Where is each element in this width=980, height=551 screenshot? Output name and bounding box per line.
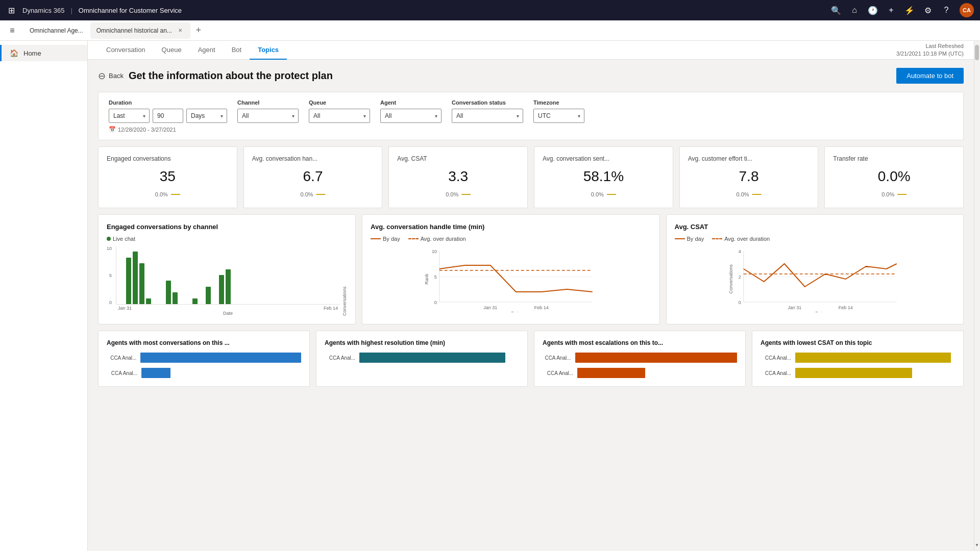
tab-queue[interactable]: Queue	[154, 41, 190, 60]
agent-select[interactable]: All	[380, 109, 442, 123]
svg-text:Date: Date	[511, 311, 521, 312]
channel-filter: Channel All	[237, 99, 299, 123]
kpi-title: Transfer rate	[833, 155, 955, 162]
channel-select[interactable]: All	[237, 109, 299, 123]
page-title: Get the information about the protect pl…	[129, 70, 333, 82]
calendar-icon: 📅	[109, 126, 116, 133]
legend-avg-duration: Avg. over duration	[421, 236, 466, 242]
svg-text:Jan 31: Jan 31	[483, 305, 497, 310]
settings-icon[interactable]: ⚙	[923, 5, 933, 15]
kpi-footer: 0.0% —	[397, 189, 519, 199]
scrollbar-track[interactable]: ▼	[974, 41, 980, 551]
sidebar-item-label: Home	[23, 49, 41, 57]
kpi-value: 6.7	[252, 168, 374, 185]
legend-line-icon	[371, 238, 381, 239]
bottom-charts-row: Agents with most conversations on this .…	[98, 331, 964, 387]
hbar-container: CCA Anal... CCA Anal...	[543, 353, 737, 378]
svg-text:Conversations: Conversations	[728, 264, 733, 294]
kpi-value: 0.0%	[833, 168, 955, 185]
hbar-row: CCA Anal...	[543, 353, 737, 363]
last-refreshed-label: Last Refreshed	[896, 42, 964, 50]
hbar-row: CCA Anal...	[107, 353, 301, 363]
hbar-label: CCA Anal...	[325, 355, 355, 361]
last-refreshed-value: 3/21/2021 10:18 PM (UTC)	[896, 50, 964, 58]
legend-label: Live chat	[113, 236, 135, 242]
kpi-title: Avg. customer effort ti...	[688, 155, 810, 162]
kpi-change: 0.0%	[881, 191, 894, 197]
sidebar-item-home[interactable]: 🏠 Home	[0, 45, 87, 61]
agent-label: Agent	[380, 99, 442, 106]
recent-icon[interactable]: 🕐	[868, 5, 878, 15]
back-label: Back	[109, 72, 124, 80]
svg-text:4: 4	[738, 249, 741, 254]
hbar-container: CCA Anal... CCA Anal...	[107, 353, 301, 378]
tab-omnichannel-age[interactable]: Omnichannel Age...	[23, 22, 89, 39]
tab-conversation[interactable]: Conversation	[98, 41, 154, 60]
chart-title: Agents with most conversations on this .…	[107, 339, 301, 346]
x-axis-label: Date	[116, 311, 340, 316]
tab-close-button[interactable]: ✕	[176, 27, 184, 35]
svg-text:5: 5	[434, 274, 437, 280]
hamburger-button[interactable]: ≡	[4, 22, 20, 39]
svg-text:10: 10	[432, 249, 437, 254]
tab-agent[interactable]: Agent	[190, 41, 224, 60]
csat-svg: 4 2 0 Jan 31 Feb 14 Date Conversations	[675, 246, 955, 312]
last-refreshed: Last Refreshed 3/21/2021 10:18 PM (UTC)	[896, 42, 964, 58]
tab-topics[interactable]: Topics	[250, 41, 287, 60]
chart-legend: By day Avg. over duration	[371, 236, 651, 242]
svg-text:Date: Date	[815, 311, 825, 312]
search-icon[interactable]: 🔍	[831, 5, 841, 15]
avatar[interactable]: CA	[960, 3, 974, 17]
hbar-row: CCA Anal...	[543, 368, 737, 378]
filters-section: Duration Last Days	[98, 92, 964, 140]
app-grid-icon[interactable]: ⊞	[6, 5, 16, 15]
chart-legend: By day Avg. over duration	[675, 236, 955, 242]
bar	[219, 275, 224, 304]
chart-legend: Live chat	[107, 236, 347, 242]
content-area: Conversation Queue Agent Bot Topics Last…	[88, 41, 974, 551]
kpi-trend-icon: —	[607, 189, 616, 199]
kpi-change: 0.0%	[591, 191, 604, 197]
tab-bot[interactable]: Bot	[224, 41, 250, 60]
svg-text:0: 0	[738, 300, 741, 305]
duration-unit-select[interactable]: Days	[186, 109, 227, 123]
tab-add-button[interactable]: +	[191, 23, 206, 38]
kpi-footer: 0.0% —	[688, 189, 810, 199]
timezone-label: Timezone	[533, 99, 584, 106]
queue-select[interactable]: All	[309, 109, 370, 123]
back-button[interactable]: ⊖ Back	[98, 70, 124, 82]
top-nav: ⊞ Dynamics 365 | Omnichannel for Custome…	[0, 0, 980, 20]
x-label-jan31: Jan 31	[118, 306, 132, 311]
kpi-title: Avg. conversation han...	[252, 155, 374, 162]
chart-title: Agents with most escalations on this to.…	[543, 339, 737, 346]
kpi-trend-icon: —	[171, 189, 180, 199]
home-nav-icon[interactable]: ⌂	[849, 5, 860, 15]
kpi-trend-icon: —	[897, 189, 906, 199]
hbar	[795, 353, 951, 363]
kpi-footer: 0.0% —	[107, 189, 229, 199]
filter-icon[interactable]: ⚡	[904, 5, 915, 15]
kpi-value: 35	[107, 168, 229, 185]
duration-preset-select[interactable]: Last	[109, 109, 150, 123]
automate-to-bot-button[interactable]: Automate to bot	[896, 68, 964, 84]
queue-label: Queue	[309, 99, 370, 106]
bar	[139, 263, 144, 304]
timezone-select[interactable]: UTC	[533, 109, 584, 123]
scrollbar-thumb[interactable]	[975, 45, 979, 60]
duration-label: Duration	[109, 99, 227, 106]
app-name-label: Dynamics 365	[22, 7, 64, 14]
kpi-change: 0.0%	[736, 191, 749, 197]
bar	[206, 287, 211, 304]
tab-omnichannel-historical[interactable]: Omnichannel historical an... ✕	[90, 22, 190, 39]
hbar-row: CCA Anal...	[761, 353, 955, 363]
help-icon[interactable]: ?	[941, 5, 951, 15]
svg-text:2: 2	[738, 274, 741, 280]
timezone-filter: Timezone UTC	[533, 99, 584, 123]
duration-value-input[interactable]	[153, 109, 183, 123]
hbar-label: CCA Anal...	[107, 355, 136, 361]
chart-title: Engaged conversations by channel	[107, 223, 347, 231]
conversation-status-select[interactable]: All	[452, 109, 523, 123]
agents-most-escalations-chart: Agents with most escalations on this to.…	[534, 331, 746, 387]
app-title-label: Omnichannel for Customer Service	[79, 7, 182, 14]
plus-icon[interactable]: +	[886, 5, 896, 15]
